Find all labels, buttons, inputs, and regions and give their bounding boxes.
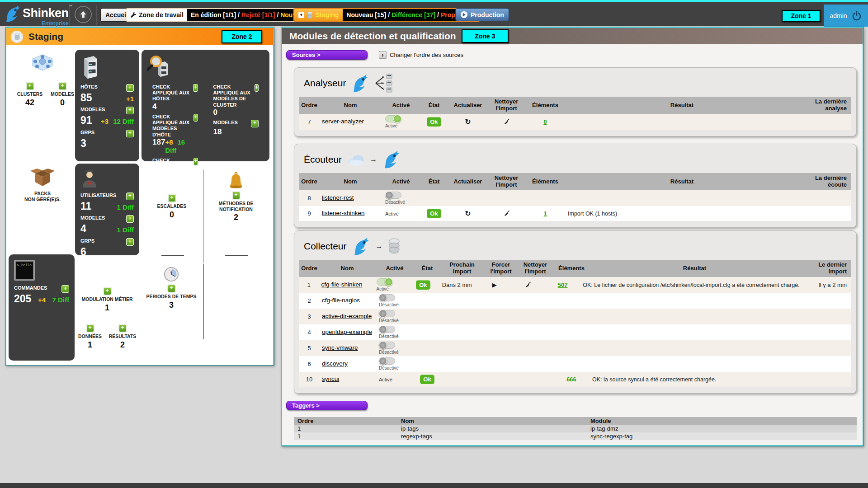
workzone-widget[interactable]: Zone de travail En édition [1/1] / Rejet…	[126, 8, 321, 22]
add-button[interactable]: +	[251, 120, 259, 127]
source-name-link[interactable]: syncui	[322, 375, 339, 383]
stat-value: 187	[152, 138, 165, 147]
source-name-link[interactable]: listener-shinken	[322, 210, 365, 217]
add-button[interactable]: +	[126, 215, 134, 223]
column-header: Nettoyer l'import	[488, 97, 524, 114]
tagger-module: ip-tag-dmz	[590, 425, 857, 432]
table-row: 2cfg-file-nagiosDésactivé	[299, 293, 851, 309]
clean-import-icon[interactable]	[503, 210, 510, 217]
next-import-value	[440, 331, 484, 334]
add-notification-method-button[interactable]: +	[232, 192, 240, 199]
refresh-icon[interactable]: ↻	[465, 117, 471, 126]
source-name-link[interactable]: discovery	[322, 360, 348, 368]
power-icon[interactable]	[851, 10, 862, 21]
sources-button[interactable]: Sources >	[286, 50, 368, 60]
source-name-link[interactable]: sync-vmware	[322, 344, 358, 352]
column-header: État	[420, 177, 448, 187]
stat-label: CHECK APPLIQUÉ AUX HÔTES	[152, 84, 193, 102]
table-row: 6discoveryDésactivé	[299, 356, 851, 372]
elements-link[interactable]: 0	[543, 118, 547, 125]
active-toggle[interactable]: Désactivé	[379, 326, 399, 339]
dispatch-servers-icon	[375, 73, 400, 93]
modules-panel: Modules de détection et qualification Zo…	[281, 27, 863, 446]
active-toggle[interactable]: Désactivé	[379, 357, 399, 371]
source-name-link[interactable]: listener-rest	[322, 194, 354, 202]
production-button[interactable]: Production	[455, 8, 509, 21]
tagger-name: ip-tags	[401, 425, 590, 432]
column-header: Nettoyer l'import	[488, 173, 524, 190]
table-row: 8listener-restDésactivé	[299, 190, 851, 206]
tagger-order: 1	[294, 425, 401, 432]
state-label: Activé	[379, 377, 392, 382]
active-toggle[interactable]: Désactivé	[379, 294, 399, 307]
topbar-separator	[69, 5, 70, 25]
last-run-value	[798, 197, 851, 200]
diff-count: 12 Diff	[113, 117, 134, 125]
stat-value: 3	[80, 137, 86, 149]
next-import-value	[440, 315, 484, 318]
order-value: 6	[299, 359, 319, 369]
force-import-icon[interactable]: ▶	[492, 282, 497, 288]
toggle-off-icon	[379, 294, 395, 301]
shinken-bird-icon	[351, 236, 371, 256]
add-button[interactable]: +	[193, 84, 198, 92]
database-icon	[307, 11, 313, 19]
active-toggle[interactable]: Désactivé	[385, 192, 405, 205]
last-run-value	[799, 331, 851, 334]
add-escalade-button[interactable]: +	[168, 194, 176, 202]
elements-link[interactable]: 666	[566, 376, 576, 383]
add-button[interactable]: +	[126, 130, 134, 137]
source-name-link[interactable]: openldap-example	[322, 328, 372, 336]
add-data-button[interactable]: +	[86, 324, 94, 332]
column-header: Activé	[382, 177, 420, 187]
active-toggle[interactable]: Activé	[385, 115, 401, 128]
clean-import-icon[interactable]	[524, 281, 532, 289]
toggle-state-label: Désactivé	[379, 350, 399, 355]
card-stat: MODELES+91+312 Diff	[80, 107, 134, 126]
add-button[interactable]: +	[193, 158, 198, 165]
add-button[interactable]: +	[126, 238, 134, 246]
add-cluster-button[interactable]: +	[26, 82, 34, 90]
stat-label: MODELES	[213, 120, 238, 126]
refresh-icon[interactable]: ↻	[465, 209, 471, 218]
table-row: 10syncuiActivéOk666OK: la source syncui …	[299, 372, 851, 387]
column-header: Résultat	[590, 263, 799, 274]
stat-label: MODELES	[80, 215, 105, 221]
add-button[interactable]: +	[193, 114, 198, 122]
add-modulation-button[interactable]: +	[104, 287, 111, 295]
source-name-link[interactable]: cfg-file-nagios	[322, 297, 360, 305]
add-command-button[interactable]: +	[61, 285, 69, 293]
add-button[interactable]: +	[126, 192, 134, 200]
active-toggle[interactable]: Activé	[377, 278, 393, 291]
last-run-value	[799, 315, 851, 318]
add-result-button[interactable]: +	[119, 324, 127, 332]
toggle-state-label: Désactivé	[379, 302, 399, 307]
hosts-card: HÔTES+85+1MODELES+91+312 DiffGRPS+3	[75, 50, 139, 161]
add-button[interactable]: +	[255, 84, 259, 92]
add-button[interactable]: +	[126, 107, 134, 114]
stat-clusters: + CLUSTERS 42	[14, 82, 46, 108]
add-time-period-button[interactable]: +	[168, 285, 175, 292]
taggers-button[interactable]: Taggers >	[286, 401, 368, 410]
card-stat: GRPS+6	[80, 238, 134, 258]
elements-link[interactable]: 1	[543, 210, 547, 217]
source-name-link[interactable]: server-analyzer	[322, 118, 364, 126]
commands-stat: COMMANDES + 205 +4 7 Diff	[14, 285, 69, 305]
status-ok-badge: Ok	[420, 375, 434, 384]
add-cluster-model-button[interactable]: +	[59, 82, 66, 90]
active-toggle[interactable]: Désactivé	[379, 342, 399, 355]
scroll-top-button[interactable]	[75, 6, 92, 23]
added-count: +3	[101, 117, 108, 125]
add-button[interactable]: +	[126, 84, 134, 92]
source-name-link[interactable]: cfg-file-shinken	[321, 281, 363, 289]
source-name-link[interactable]: active-dir-example	[322, 313, 372, 320]
reorder-sources-icon[interactable]: ▲▼	[379, 51, 387, 59]
added-count: +8	[165, 138, 173, 146]
user-menu[interactable]: admin	[824, 5, 868, 27]
active-toggle[interactable]: Désactivé	[379, 310, 399, 323]
elements-link[interactable]: 507	[558, 282, 568, 288]
clean-import-icon[interactable]	[503, 118, 510, 126]
card-stat: CHECK APPLIQUÉ AUX MODÈLES DE CLUSTER+0	[213, 84, 259, 117]
chevron-down-icon[interactable]: ▼	[298, 12, 304, 18]
staging-selector[interactable]: ▼ Staging Nouveau [15] / Différence [37]…	[293, 8, 480, 22]
